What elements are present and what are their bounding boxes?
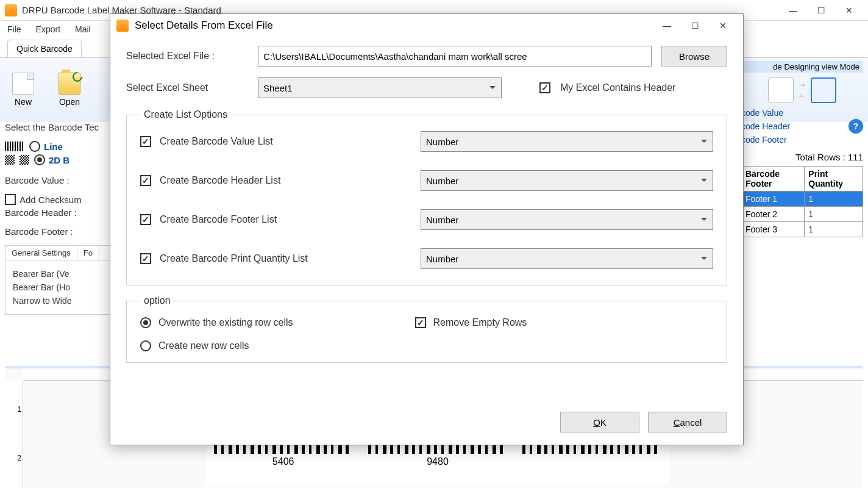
font-tab[interactable]: Fo bbox=[77, 246, 99, 260]
linear-radio[interactable] bbox=[29, 141, 40, 152]
help-icon[interactable]: ? bbox=[848, 119, 863, 134]
open-label: Open bbox=[59, 97, 80, 107]
remove-empty-checkbox[interactable] bbox=[415, 317, 426, 328]
list-label-2: Create Barcode Footer List bbox=[160, 214, 412, 225]
dialog-minimize-button[interactable]: — bbox=[653, 16, 681, 35]
menu-mail[interactable]: Mail bbox=[75, 24, 91, 34]
new-document-icon bbox=[12, 73, 34, 95]
minimize-button[interactable]: — bbox=[779, 1, 807, 20]
narrow-wide: Narrow to Wide bbox=[13, 296, 107, 306]
ruler-vertical: 1 2 bbox=[5, 381, 23, 488]
open-button[interactable]: Open bbox=[59, 73, 80, 107]
table-row[interactable]: Footer 31 bbox=[742, 222, 863, 237]
create-list-legend: Create List Options bbox=[140, 109, 231, 120]
th-footer[interactable]: Barcode Footer bbox=[742, 167, 805, 192]
menu-file[interactable]: File bbox=[7, 24, 21, 34]
list-checkbox-2[interactable] bbox=[140, 214, 151, 225]
selected-file-label: Selected Excel File : bbox=[126, 51, 248, 62]
bearer-h: Bearer Bar (Ho bbox=[13, 282, 107, 292]
table-row[interactable]: Footer 11 bbox=[742, 192, 863, 207]
overwrite-label: Overwrite the existing row cells bbox=[158, 317, 293, 328]
list-checkbox-1[interactable] bbox=[140, 175, 151, 186]
open-folder-icon bbox=[59, 73, 80, 95]
close-button[interactable]: ✕ bbox=[835, 1, 863, 20]
th-qty[interactable]: Print Quantity bbox=[805, 167, 863, 192]
list-select-3[interactable]: Number bbox=[421, 248, 713, 269]
select-tech-label: Select the Barcode Tec bbox=[5, 122, 115, 132]
barcode-footer-label: Barcode Footer : bbox=[5, 226, 115, 237]
ok-button[interactable]: OK bbox=[560, 412, 639, 432]
has-header-checkbox[interactable] bbox=[539, 82, 550, 93]
link-list: code Value code Header ? code Footer bbox=[741, 108, 863, 145]
bearer-list: Bearer Bar (Ve Bearer Bar (Ho Narrow to … bbox=[5, 260, 115, 315]
bearer-v: Bearer Bar (Ve bbox=[13, 269, 107, 279]
list-label-1: Create Barcode Header List bbox=[160, 175, 412, 186]
barcode-value-label: Barcode Value : bbox=[5, 175, 115, 185]
2d-label[interactable]: 2D B bbox=[49, 155, 69, 165]
data-table: Barcode Footer Print Quantity Footer 11F… bbox=[741, 166, 863, 237]
linear-label[interactable]: Line bbox=[44, 142, 63, 152]
dialog-close-button[interactable]: ✕ bbox=[709, 16, 737, 35]
left-panel: Select the Barcode Tec Line 2D B Barcode… bbox=[5, 122, 115, 315]
dialog-title: Select Details From Excel File bbox=[135, 20, 653, 32]
excel-dialog: Select Details From Excel File — ☐ ✕ Sel… bbox=[110, 13, 744, 445]
browse-button[interactable]: Browse bbox=[661, 46, 727, 66]
design-mode-2[interactable] bbox=[811, 77, 836, 103]
qr-icon-2 bbox=[20, 155, 29, 165]
right-panel: de Designing view Mode →← code Value cod… bbox=[741, 61, 863, 237]
maximize-button[interactable]: ☐ bbox=[807, 1, 835, 20]
link-code-footer[interactable]: code Footer bbox=[741, 135, 863, 145]
total-rows: Total Rows : 111 bbox=[741, 152, 863, 162]
linear-barcode-icon bbox=[5, 142, 23, 151]
link-code-value[interactable]: code Value bbox=[741, 108, 863, 118]
design-mode-label: de Designing view Mode bbox=[741, 61, 863, 73]
has-header-label: My Excel Contains Header bbox=[560, 82, 675, 93]
new-label: New bbox=[15, 97, 32, 107]
barcode-label-2: 9480 bbox=[427, 456, 449, 467]
2d-radio[interactable] bbox=[34, 154, 45, 165]
add-checksum-checkbox[interactable] bbox=[5, 194, 16, 205]
app-icon bbox=[5, 4, 17, 16]
list-checkbox-3[interactable] bbox=[140, 253, 151, 264]
create-list-fieldset: Create List Options Create Barcode Value… bbox=[126, 109, 727, 285]
cancel-button[interactable]: Cancel bbox=[648, 412, 727, 432]
barcode-label-1: 5406 bbox=[272, 456, 294, 467]
qr-icon bbox=[5, 155, 15, 165]
create-new-radio[interactable] bbox=[140, 340, 151, 351]
list-select-2[interactable]: Number bbox=[421, 209, 713, 230]
barcode-header-label: Barcode Header : bbox=[5, 207, 115, 218]
dialog-maximize-button[interactable]: ☐ bbox=[681, 16, 709, 35]
remove-empty-label: Remove Empty Rows bbox=[433, 317, 527, 328]
new-button[interactable]: New bbox=[12, 73, 34, 107]
list-label-3: Create Barcode Print Quantity List bbox=[160, 253, 412, 264]
selected-file-input[interactable] bbox=[258, 46, 652, 66]
tab-quick-barcode[interactable]: Quick Barcode bbox=[7, 40, 82, 57]
list-label-0: Create Barcode Value List bbox=[160, 136, 412, 147]
link-code-header[interactable]: code Header bbox=[741, 121, 790, 131]
list-select-0[interactable]: Number bbox=[421, 131, 713, 152]
list-select-1[interactable]: Number bbox=[421, 170, 713, 191]
general-settings-tab[interactable]: General Settings bbox=[5, 246, 77, 260]
create-new-label: Create new row cells bbox=[158, 340, 249, 351]
list-checkbox-0[interactable] bbox=[140, 136, 151, 147]
add-checksum-label: Add Checksum bbox=[20, 195, 82, 205]
option-fieldset: option Overwrite the existing row cells … bbox=[126, 295, 727, 363]
sheet-select[interactable]: Sheet1 bbox=[258, 77, 502, 98]
overwrite-radio[interactable] bbox=[140, 317, 151, 328]
table-row[interactable]: Footer 21 bbox=[742, 207, 863, 222]
option-legend: option bbox=[140, 295, 174, 306]
dialog-app-icon bbox=[116, 20, 129, 32]
dialog-titlebar: Select Details From Excel File — ☐ ✕ bbox=[110, 14, 743, 37]
design-mode-1[interactable] bbox=[768, 77, 794, 103]
select-sheet-label: Select Excel Sheet bbox=[126, 82, 248, 93]
menu-export[interactable]: Export bbox=[36, 24, 60, 34]
